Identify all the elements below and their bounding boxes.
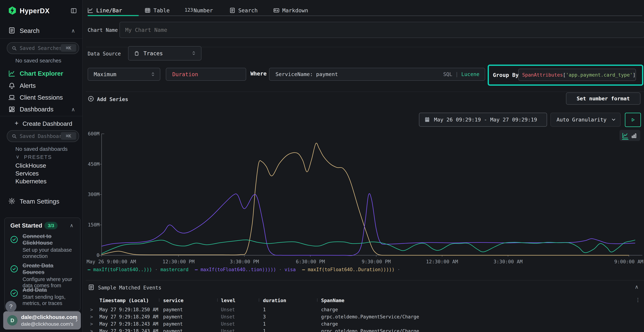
table-row[interactable]: >May 27 9:29:18.249 AMpaymentUnset3grpc.… [86, 314, 644, 321]
chart-legend[interactable]: — maxIf(toFloat64O..))) · mastercard— ma… [88, 267, 406, 272]
column-header-service[interactable]: service [163, 298, 184, 303]
data-source-select[interactable]: Traces [128, 46, 202, 60]
where-input[interactable]: ServiceName: payment SQL | Lucene [269, 68, 485, 81]
table-row[interactable]: >May 27 9:29:18.243 AMpaymentUnset1charg… [86, 321, 644, 328]
date-range-picker[interactable]: May 26 09:29:19 - May 27 09:29:19 [419, 113, 547, 127]
num123-icon: 123 [184, 7, 191, 14]
aggregation-select[interactable]: Maximum [88, 68, 160, 81]
y-tick-label: 600M [86, 131, 100, 136]
legend-entry-visa[interactable]: — maxIf(toFloat64O..tion))))) · visa [195, 267, 296, 272]
cell-spanname: grpc.oteldemo.PaymentService/Charge [321, 314, 419, 320]
section-collapse-icon[interactable]: ∧ [71, 106, 75, 112]
table-icon [144, 7, 150, 14]
get-started-item[interactable]: Connect to ClickHouseSet up your databas… [10, 233, 76, 260]
field-input[interactable]: Duration [166, 68, 246, 81]
sidebar-item-dashboards[interactable]: Dashboards∧ [0, 104, 82, 115]
events-table-menu-icon[interactable]: ⋮ [636, 297, 640, 303]
sidebar-item-client-sessions[interactable]: Client Sessions [0, 92, 82, 103]
add-series-button[interactable]: Add Series [97, 96, 128, 102]
presets-collapse-icon[interactable]: ∨ [16, 154, 20, 160]
row-expand-icon[interactable]: > [90, 328, 93, 332]
run-query-button[interactable] [625, 113, 641, 127]
chart-name-input[interactable] [120, 22, 644, 38]
check-circle-icon [10, 265, 18, 273]
granularity-select[interactable]: Auto Granularity [550, 113, 620, 127]
row-expand-icon[interactable]: > [90, 307, 93, 312]
events-panel-collapse-icon[interactable]: ∧ [635, 284, 639, 290]
cell-service: payment [163, 328, 183, 332]
legend-expr: maxIf(toFloat64O..Duration))))) [308, 267, 394, 272]
line-chart-icon [8, 70, 16, 77]
cell-service: payment [163, 307, 183, 312]
tab-linebar[interactable]: Line/Bar [87, 6, 122, 14]
sql-toggle[interactable]: SQL [443, 71, 452, 77]
table-row[interactable]: >May 27 9:29:18.250 AMpaymentUnset1charg… [86, 306, 644, 314]
column-divider[interactable]: ⁞ [317, 297, 318, 303]
get-started-card: Get Started 3/3 ∧ Connect to ClickHouseS… [4, 218, 80, 311]
chevron-updown-icon [150, 72, 156, 77]
grid-icon [8, 106, 16, 113]
tab-label: Search [238, 7, 258, 14]
column-header-duration[interactable]: duration [263, 298, 286, 303]
legend-dash: — [195, 267, 200, 272]
cell-spanname: charge [321, 321, 338, 327]
timeseries-chart[interactable] [86, 132, 644, 257]
legend-expr: maxIf(toFloat64O..))) [93, 267, 152, 272]
data-source-label: Data Source [88, 51, 121, 57]
database-icon [134, 50, 140, 56]
row-expand-icon[interactable]: > [90, 314, 93, 320]
tab-table[interactable]: Table [144, 6, 170, 14]
column-header-level[interactable]: level [221, 298, 236, 303]
row-expand-icon[interactable]: > [90, 321, 93, 327]
get-started-item-title: Connect to ClickHouse [22, 233, 76, 246]
avatar: D [7, 315, 18, 326]
sidebar-item-team-settings[interactable]: Team Settings [20, 198, 60, 205]
query-language-toggle[interactable]: SQL | Lucene [443, 71, 480, 77]
user-menu[interactable]: D dale@clickhouse.com dale@clickhouse.co… [3, 311, 81, 330]
help-button[interactable]: ? [5, 301, 16, 312]
column-divider[interactable]: ⁞ [258, 297, 260, 303]
x-tick-label: 12:30:00 PM [162, 259, 195, 264]
create-dashboard-button[interactable]: Create Dashboard [22, 120, 72, 127]
cell-service: payment [163, 321, 183, 327]
active-tab-indicator [88, 15, 139, 16]
search-section-collapse-icon[interactable]: ∧ [71, 28, 75, 34]
series-line-ungrouped [102, 143, 629, 255]
saved-searches-input[interactable]: Saved Searches ⌘K [7, 42, 79, 54]
presets-label[interactable]: PRESETS [24, 154, 52, 160]
series-line-mastercard [102, 240, 635, 254]
get-started-item[interactable]: Add DataStart sending logs, metrics, or … [10, 286, 76, 306]
group-by-highlight: Group By SpanAttributes['app.payment.car… [488, 64, 643, 86]
tab-markdown[interactable]: Markdown [273, 6, 308, 14]
chevron-down-icon [611, 117, 616, 122]
column-header-timestamplocal[interactable]: Timestamp (Local) [100, 298, 149, 303]
sidebar-item-alerts[interactable]: Alerts [0, 80, 82, 91]
legend-entry-ungrouped[interactable]: — maxIf(toFloat64O..Duration))))) · [302, 267, 400, 272]
collapse-sidebar-icon[interactable] [70, 8, 77, 14]
sidebar-section-search[interactable]: Search [20, 27, 40, 34]
tab-search[interactable]: Search [229, 6, 258, 14]
set-number-format-button[interactable]: Set number format [566, 92, 640, 105]
preset-item-kubernetes[interactable]: Kubernetes [16, 178, 46, 185]
column-header-spanname[interactable]: SpanName [321, 298, 344, 303]
get-started-item[interactable]: Create Data SourcesConfigure where your … [10, 262, 76, 289]
sidebar-item-chart-explorer[interactable]: Chart Explorer [0, 68, 82, 79]
column-divider[interactable]: ⁞ [217, 297, 218, 303]
tab-number[interactable]: 123Number [184, 6, 213, 14]
saved-dashboards-input[interactable]: Saved Dashboards ⌘K [7, 130, 79, 142]
lucene-toggle[interactable]: Lucene [461, 71, 480, 77]
get-started-collapse-icon[interactable]: ∧ [70, 222, 74, 228]
table-row[interactable]: >May 27 9:29:18.243 AMpaymentUnset1grpc.… [86, 328, 644, 332]
preset-item-services[interactable]: Services [16, 170, 39, 177]
y-tick-label: 300M [86, 192, 100, 197]
group-by-input[interactable]: SpanAttributes['app.payment.card_type'] [518, 69, 636, 81]
data-source-value: Traces [144, 50, 163, 56]
sidebar: HyperDX Search ∧ Saved Searches ⌘K No sa… [0, 0, 83, 332]
x-tick-label: 3:30:00 PM [230, 259, 259, 264]
preset-item-clickhouse[interactable]: ClickHouse [16, 162, 46, 169]
legend-entry-mastercard[interactable]: — maxIf(toFloat64O..))) · mastercard [88, 267, 188, 272]
set-number-format-label: Set number format [577, 96, 630, 102]
cell-level: Unset [221, 328, 235, 332]
column-divider[interactable]: ⁞ [158, 297, 160, 303]
group-by-label: Group By [493, 72, 519, 78]
